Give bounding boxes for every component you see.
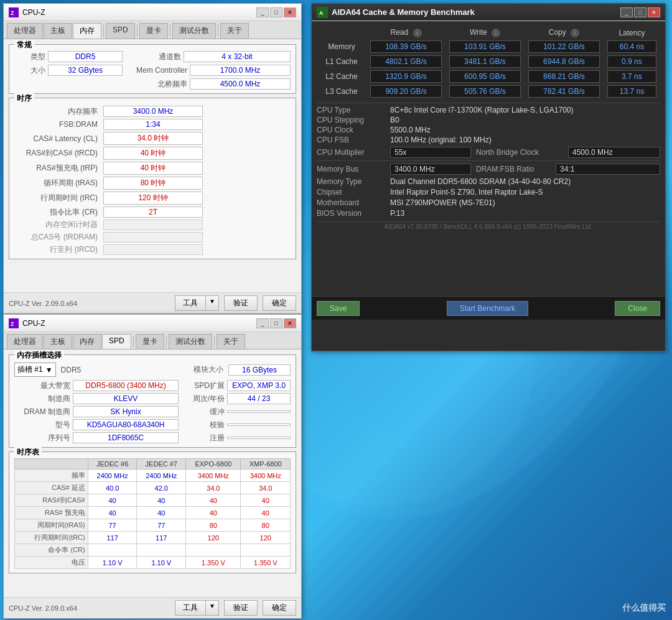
cpuz2-close[interactable]: ✕	[284, 318, 296, 328]
cpuz2-titlebar[interactable]: Z CPU-Z _ □ ✕	[4, 315, 301, 332]
row-cycle-value	[103, 244, 203, 255]
timing-row-jedec7: 2400 MHz	[137, 470, 186, 482]
copy-info-icon[interactable]: i	[571, 29, 579, 37]
cpuz1-tab-memory[interactable]: 内存	[73, 23, 101, 39]
timing-row-xmp	[241, 544, 291, 557]
cpuz2-version: CPU-Z Ver. 2.09.0.x64	[9, 604, 77, 612]
th-xmp: XMP-6800	[241, 459, 291, 470]
timing-row-label: 命令率 (CR)	[15, 544, 88, 557]
cpuz2-tab-about[interactable]: 关于	[217, 334, 245, 349]
cpuz1-tab-spd[interactable]: SPD	[106, 23, 135, 39]
aida64-maximize[interactable]: □	[634, 7, 646, 17]
module-size-label: 模块大小	[194, 364, 223, 375]
mobo-value: MSI Z790MPOWER (MS-7E01)	[390, 198, 660, 207]
cpuz1-tools-arrow[interactable]: ▼	[206, 295, 219, 311]
aida-bench-read: 1320.9 GB/s	[366, 69, 446, 84]
timing-row-expo: 80	[186, 519, 241, 532]
aida64-close-btn[interactable]: Close	[615, 301, 660, 316]
cpu-mult-value: 55x	[390, 147, 471, 158]
col-write: Write	[470, 28, 487, 37]
cpu-fsb-value: 100.0 MHz (original: 100 MHz)	[390, 136, 660, 144]
nb-clock-label: North Bridge Clock	[476, 148, 563, 157]
cpuz1-version: CPU-Z Ver. 2.09.0.x64	[9, 300, 77, 307]
cpuz1-tab-about[interactable]: 关于	[220, 23, 249, 39]
cpuz2-tools-label[interactable]: 工具	[175, 600, 206, 616]
timing-section: 时序表 JEDEC #6 JEDEC #7 EXPO-6800 XMP-6800…	[9, 451, 296, 573]
cpuz1-tab-gpu[interactable]: 显卡	[139, 23, 168, 39]
timing-row-jedec7: 1.10 V	[137, 557, 186, 569]
cr-label: 指令比率 (CR)	[14, 207, 101, 218]
cpuz1-tab-cpu[interactable]: 处理器	[7, 23, 43, 39]
cpuz1-close[interactable]: ✕	[284, 7, 296, 17]
cas-value: 34.0 时钟	[103, 132, 203, 145]
cpuz2-tab-cpu[interactable]: 处理器	[7, 334, 43, 349]
fsb-value: 1:34	[103, 119, 203, 130]
aida64-save-btn[interactable]: Save	[317, 301, 360, 316]
th-empty	[15, 459, 88, 470]
freq-value: 3400.0 MHz	[103, 106, 203, 117]
cpuz2-tab-bench[interactable]: 测试分数	[169, 334, 212, 349]
cpuz1-title: CPU-Z	[22, 8, 256, 17]
cpuz2-minimize[interactable]: _	[256, 318, 269, 328]
timing-row: 电压1.10 V1.10 V1.350 V1.350 V	[15, 557, 291, 569]
cpuz1-maximize[interactable]: □	[270, 7, 282, 17]
cpuz1-tab-motherboard[interactable]: 主板	[44, 23, 72, 39]
th-expo: EXPO-6800	[186, 459, 241, 470]
aida64-window: A AIDA64 Cache & Memory Benchmark _ □ ✕ …	[311, 3, 666, 351]
timing-row-jedec6: 40.0	[88, 482, 137, 494]
cpuz1-titlebar[interactable]: Z CPU-Z _ □ ✕	[4, 4, 301, 21]
total-cas-value	[103, 232, 203, 243]
ras-rp-label: RAS#预充电 (tRP)	[14, 163, 101, 174]
watermark: 什么值得买	[622, 603, 666, 614]
aida-bench-label: L3 Cache	[317, 84, 366, 99]
timing-row: 命令率 (CR)	[15, 544, 291, 557]
aida-bench-copy: 101.22 GB/s	[525, 39, 604, 54]
cpuz2-tab-spd[interactable]: SPD	[102, 334, 131, 349]
mobo-row: Motherboard MSI Z790MPOWER (MS-7E01)	[317, 198, 660, 207]
aida64-controls: _ □ ✕	[620, 7, 660, 17]
read-info-icon[interactable]: i	[413, 29, 422, 37]
aida-bench-write: 505.76 GB/s	[446, 84, 525, 99]
mobo-label: Motherboard	[317, 198, 385, 207]
th-jedec6: JEDEC #6	[88, 459, 137, 470]
timing-row-jedec7: 117	[137, 532, 186, 544]
cpuz1-ok-btn[interactable]: 确定	[263, 295, 296, 311]
aida64-start-btn[interactable]: Start Benchmark	[447, 301, 528, 316]
slot-dropdown[interactable]: 插槽 #1 ▼	[14, 363, 56, 377]
aida64-close[interactable]: ✕	[648, 7, 660, 17]
timing-row-expo: 1.350 V	[186, 557, 241, 569]
cpuz1-tools-label[interactable]: 工具	[175, 295, 206, 311]
cpuz2-tab-gpu[interactable]: 显卡	[136, 334, 164, 349]
cpuz1-minimize[interactable]: _	[256, 7, 269, 17]
aida-bench-read: 909.20 GB/s	[366, 84, 446, 99]
benchmark-table: Read i Write i Copy i Latency	[317, 26, 660, 99]
mem-bus-row: Memory Bus 3400.0 MHz DRAM:FSB Ratio 34:…	[317, 164, 660, 175]
cpuz1-tab-bench[interactable]: 测试分数	[172, 23, 216, 39]
cpuz2-maximize[interactable]: □	[270, 318, 282, 328]
cpuz2-validate-btn[interactable]: 验证	[224, 600, 258, 616]
cpuz2-ok-btn[interactable]: 确定	[263, 600, 296, 616]
cpuz2-tab-motherboard[interactable]: 主板	[44, 334, 72, 349]
write-info-icon[interactable]: i	[492, 29, 500, 37]
timing-row-label: 周期时间(tRAS)	[15, 519, 88, 532]
type-label: 类型	[14, 52, 45, 62]
timing-row-jedec6	[88, 544, 137, 557]
aida64-minimize[interactable]: _	[620, 7, 633, 17]
cpuz2-tools-btn[interactable]: 工具 ▼	[175, 600, 219, 616]
chipset-label: Chipset	[317, 188, 385, 197]
cpu-clock-label: CPU Clock	[317, 126, 385, 134]
buffer-label: 缓冲	[181, 407, 225, 417]
checksum-label: 校验	[181, 420, 225, 430]
chipset-row: Chipset Intel Raptor Point-S Z790, Intel…	[317, 188, 660, 197]
system-info: CPU Type 8C+8c Intel Core i7-13700K (Rap…	[317, 106, 660, 144]
cpuz2-tools-arrow[interactable]: ▼	[206, 600, 219, 616]
aida-bench-copy: 868.21 GB/s	[525, 69, 604, 84]
cpuz2-tab-memory[interactable]: 内存	[73, 334, 101, 349]
cpuz1-content: 常规 类型 DDR5 通道数 4 x 32-bit 大小 32 GBytes M…	[4, 39, 301, 300]
aida64-titlebar[interactable]: A AIDA64 Cache & Memory Benchmark _ □ ✕	[312, 4, 665, 21]
aida-bench-copy: 6944.8 GB/s	[525, 54, 604, 69]
aida-bench-latency: 13.7 ns	[604, 84, 660, 99]
cpuz1-tools-btn[interactable]: 工具 ▼	[175, 295, 219, 311]
cpu-stepping-value: B0	[390, 116, 660, 124]
cpuz1-validate-btn[interactable]: 验证	[224, 295, 258, 311]
